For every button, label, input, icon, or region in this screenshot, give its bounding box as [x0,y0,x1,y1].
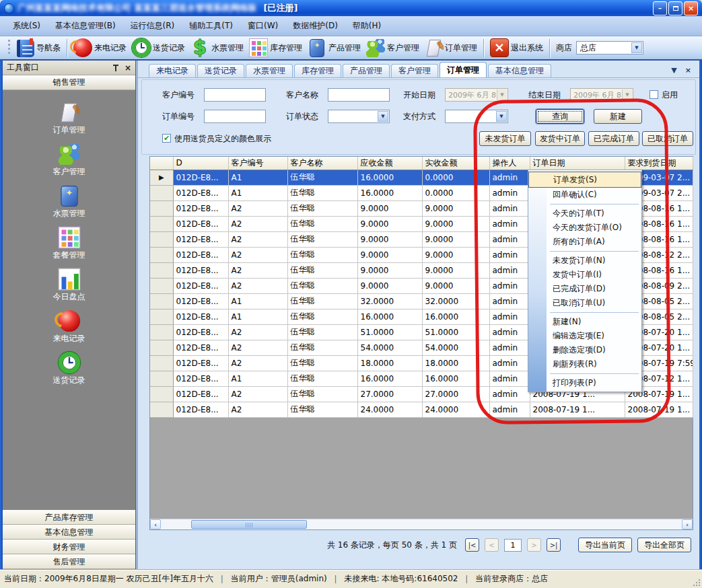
column-header[interactable]: 实收金额 [422,157,489,170]
row-selector-cell[interactable] [150,355,173,371]
menu-item[interactable]: 基本信息管理(B) [48,18,123,34]
query-button[interactable]: 查询 [536,109,584,124]
row-selector-cell[interactable] [150,231,173,247]
sidebar-item-套餐管理[interactable]: 套餐管理 [3,223,135,265]
row-selector-cell[interactable] [150,200,173,216]
order-no-input[interactable] [204,110,266,123]
customer-name-input[interactable] [328,88,390,102]
tab-订单管理[interactable]: 订单管理 [440,62,487,77]
row-selector-cell[interactable] [150,386,173,402]
row-selector-cell[interactable] [150,262,173,278]
filter-button-cancelled[interactable]: 已取消订单 [642,131,693,146]
scroll-left-icon[interactable]: ‹ [150,519,161,529]
column-header[interactable]: 要求到货日期 [625,157,693,170]
row-selector-cell[interactable] [150,216,173,231]
menu-item[interactable]: 窗口(W) [240,18,285,34]
tab-close-icon[interactable]: × [685,66,691,75]
row-selector-cell[interactable] [150,278,173,293]
toolbar-button-exit[interactable]: ×退出系统 [487,37,546,59]
export-all-pages-button[interactable]: 导出全部页 [637,538,691,552]
export-current-page-button[interactable]: 导出当前页 [578,538,632,552]
toolbar-button-clock[interactable]: 送货记录 [129,37,188,59]
tab-基本信息管理[interactable]: 基本信息管理 [488,64,551,77]
customer-no-input[interactable] [204,88,266,102]
pin-icon[interactable] [112,65,119,71]
row-selector-cell[interactable] [150,247,173,262]
menu-item[interactable]: 数据维护(D) [285,18,345,34]
column-header[interactable]: 客户编号 [228,157,287,170]
toolbar-button-product[interactable]: 产品管理 [305,38,363,59]
context-menu-item[interactable]: 今天的发货订单(O) [528,221,641,235]
toolbar-grip[interactable] [8,40,10,56]
toolbar-button-people[interactable]: 客户管理 [363,37,422,59]
next-page-button[interactable]: > [527,538,541,552]
column-header[interactable]: D [173,157,228,170]
last-page-button[interactable]: >| [547,538,561,552]
row-selector-cell[interactable] [150,340,173,355]
row-selector-cell[interactable] [150,371,173,386]
sidebar-section-sales[interactable]: 销售管理 [3,75,135,90]
scroll-right-icon[interactable]: › [682,519,693,529]
column-header[interactable]: 订单日期 [530,157,625,170]
tab-水票管理[interactable]: 水票管理 [246,64,293,77]
row-selector-cell[interactable] [150,185,173,200]
new-button[interactable]: 新建 [594,109,642,124]
first-page-button[interactable]: |< [465,538,479,552]
prev-page-button[interactable]: < [485,538,499,552]
row-selector-cell[interactable] [150,324,173,340]
enable-checkbox[interactable] [650,90,658,99]
restore-button-icon[interactable] [668,1,682,15]
minimize-button-icon[interactable]: – [653,1,667,15]
column-header[interactable] [150,157,173,170]
page-number-input[interactable] [504,539,522,552]
close-icon[interactable]: × [125,64,131,72]
tab-库存管理[interactable]: 库存管理 [294,64,341,77]
scrollbar-thumb[interactable] [191,520,307,529]
column-header[interactable]: 应收金额 [357,157,422,170]
row-selector-cell[interactable] [150,293,173,309]
context-menu-item[interactable]: 所有的订单(A) [528,235,641,249]
context-menu-item[interactable]: 删除选定项(D) [528,343,641,357]
sidebar-section-产品库存管理[interactable]: 产品库存管理 [3,510,135,525]
sidebar-item-订单管理[interactable]: 订单管理 [3,98,135,140]
row-selector-cell[interactable]: ▶ [150,170,173,185]
tab-送货记录[interactable]: 送货记录 [197,64,244,77]
filter-button-completed[interactable]: 已完成订单 [588,131,639,146]
toolbar-button-order[interactable]: 订单管理 [422,38,480,59]
menu-item[interactable]: 系统(S) [5,18,48,34]
tab-产品管理[interactable]: 产品管理 [343,64,390,77]
horizontal-scrollbar[interactable]: ‹ › [150,519,693,529]
row-selector-cell[interactable] [150,309,173,324]
context-menu-item[interactable]: 发货中订单(I) [528,268,641,282]
context-menu-item[interactable]: 刷新列表(R) [528,357,641,371]
sidebar-item-今日盘点[interactable]: 今日盘点 [3,265,135,307]
context-menu-item[interactable]: 打印列表(P) [528,376,641,390]
table-row[interactable]: 012D-E8...A2伍华聪24.000024.0000admin2008-0… [150,402,693,417]
order-status-select[interactable]: ▼ [328,110,390,123]
toolbar-button-grid[interactable]: 库存管理 [246,37,305,59]
sidebar-section-财务管理[interactable]: 财务管理 [3,540,135,554]
toolbar-button-bell[interactable]: 来电记录 [71,37,129,59]
menu-item[interactable]: 帮助(H) [345,18,388,34]
resize-grip[interactable] [693,579,701,587]
context-menu-item[interactable]: 订单发货(S) [528,172,641,188]
sidebar-item-水票管理[interactable]: 水票管理 [3,182,135,223]
filter-button-shipping[interactable]: 发货中订单 [535,131,585,146]
filter-button-unshipped[interactable]: 未发货订单 [479,131,531,146]
column-header[interactable]: 操作人 [489,157,530,170]
tab-来电记录[interactable]: 来电记录 [149,64,196,77]
row-selector-cell[interactable] [150,402,173,417]
color-display-checkbox[interactable]: ✔ [162,134,171,143]
sidebar-item-来电记录[interactable]: 来电记录 [3,307,135,348]
sidebar-item-送货记录[interactable]: 送货记录 [3,348,135,390]
menu-item[interactable]: 运行信息(R) [123,18,182,34]
context-menu-item[interactable]: 编辑选定项(E) [528,329,641,343]
tab-客户管理[interactable]: 客户管理 [391,64,438,77]
column-header[interactable]: 客户名称 [287,157,357,170]
end-date-picker[interactable]: 2009年 6月 8日 ▼ [570,88,633,102]
context-menu-item[interactable]: 已完成订单(D) [528,282,641,296]
shop-select[interactable]: 总店▼ [576,41,643,54]
sidebar-item-客户管理[interactable]: 客户管理 [3,140,135,182]
context-menu-item[interactable]: 回单确认(C) [528,188,641,202]
toolbar-button-dollar[interactable]: $水票管理 [188,37,246,59]
